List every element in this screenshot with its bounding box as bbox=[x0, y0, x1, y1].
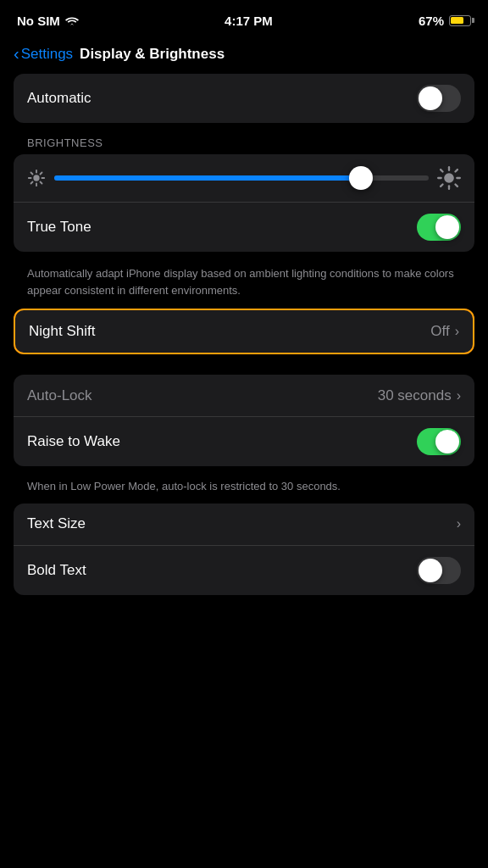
text-size-chevron-icon: › bbox=[457, 516, 461, 531]
lock-section: Auto-Lock 30 seconds › Raise to Wake bbox=[14, 375, 474, 466]
brightness-slider[interactable] bbox=[54, 175, 429, 181]
automatic-toggle-knob bbox=[419, 86, 442, 110]
status-time: 4:17 PM bbox=[225, 14, 273, 28]
raise-to-wake-row[interactable]: Raise to Wake bbox=[14, 417, 474, 466]
automatic-row[interactable]: Automatic bbox=[14, 74, 474, 123]
wifi-icon bbox=[65, 15, 79, 25]
battery-fill bbox=[451, 17, 463, 24]
night-shift-label: Night Shift bbox=[29, 323, 95, 340]
status-left: No SIM bbox=[17, 14, 79, 28]
night-shift-value: Off › bbox=[430, 323, 459, 340]
bold-text-toggle[interactable] bbox=[417, 557, 461, 584]
svg-line-17 bbox=[441, 184, 442, 186]
text-size-row[interactable]: Text Size › bbox=[14, 504, 474, 546]
svg-line-7 bbox=[40, 172, 42, 174]
nav-bar: ‹ Settings Display & Brightness bbox=[0, 37, 488, 74]
auto-lock-value: 30 seconds › bbox=[378, 387, 461, 404]
svg-point-0 bbox=[33, 175, 39, 181]
battery-percent: 67% bbox=[419, 14, 444, 28]
raise-to-wake-label: Raise to Wake bbox=[27, 433, 120, 450]
automatic-toggle[interactable] bbox=[417, 85, 461, 112]
true-tone-label: True Tone bbox=[27, 219, 92, 236]
svg-point-9 bbox=[444, 173, 454, 183]
brightness-thumb[interactable] bbox=[349, 166, 373, 190]
battery-icon bbox=[449, 15, 471, 26]
svg-line-5 bbox=[30, 172, 32, 174]
svg-line-14 bbox=[441, 170, 442, 171]
bold-text-row[interactable]: Bold Text bbox=[14, 546, 474, 595]
back-button[interactable]: ‹ Settings bbox=[14, 44, 73, 64]
auto-lock-chevron-icon: › bbox=[457, 388, 461, 403]
raise-to-wake-note: When in Low Power Mode, auto-lock is res… bbox=[0, 473, 488, 504]
raise-to-wake-toggle[interactable] bbox=[417, 428, 461, 455]
brightness-slider-row[interactable] bbox=[14, 154, 474, 203]
night-shift-chevron-icon: › bbox=[455, 324, 459, 339]
text-size-label: Text Size bbox=[27, 515, 86, 532]
true-tone-toggle[interactable] bbox=[417, 214, 461, 241]
bold-text-label: Bold Text bbox=[27, 562, 86, 579]
night-shift-row[interactable]: Night Shift Off › bbox=[15, 310, 473, 353]
status-right: 67% bbox=[419, 14, 471, 28]
true-tone-toggle-knob bbox=[435, 215, 459, 239]
brightness-section-label: BRIGHTNESS bbox=[0, 130, 488, 154]
text-section: Text Size › Bold Text bbox=[14, 504, 474, 595]
status-bar: No SIM 4:17 PM 67% bbox=[0, 0, 488, 37]
automatic-section: Automatic bbox=[14, 74, 474, 123]
back-label: Settings bbox=[21, 46, 73, 63]
brightness-fill bbox=[54, 175, 361, 181]
true-tone-row[interactable]: True Tone bbox=[14, 203, 474, 252]
auto-lock-row[interactable]: Auto-Lock 30 seconds › bbox=[14, 375, 474, 417]
carrier-label: No SIM bbox=[17, 14, 60, 28]
svg-line-6 bbox=[40, 181, 42, 183]
brightness-section: True Tone bbox=[14, 154, 474, 252]
auto-lock-label: Auto-Lock bbox=[27, 387, 92, 404]
automatic-label: Automatic bbox=[27, 90, 92, 107]
svg-line-16 bbox=[455, 170, 457, 171]
back-chevron-icon: ‹ bbox=[14, 44, 19, 64]
true-tone-description: Automatically adapt iPhone display based… bbox=[0, 259, 488, 309]
svg-line-8 bbox=[30, 181, 32, 183]
svg-line-15 bbox=[455, 184, 457, 186]
raise-to-wake-toggle-knob bbox=[435, 430, 459, 453]
brightness-high-icon bbox=[437, 166, 461, 190]
spacer bbox=[0, 361, 488, 375]
page-title: Display & Brightness bbox=[80, 46, 474, 63]
night-shift-section: Night Shift Off › bbox=[14, 309, 474, 354]
bold-text-toggle-knob bbox=[419, 559, 442, 582]
brightness-low-icon bbox=[27, 169, 46, 187]
